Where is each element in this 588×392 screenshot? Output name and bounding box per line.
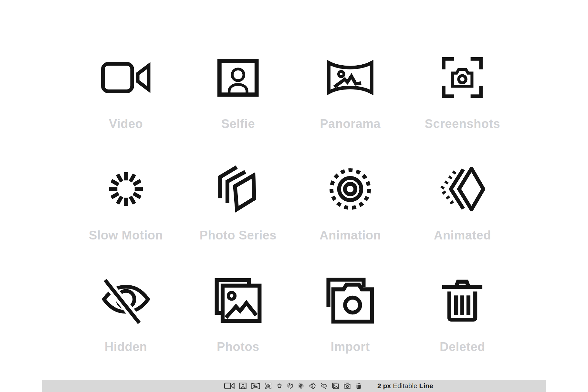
panorama-glyph	[251, 383, 260, 389]
photo-series-icon	[182, 150, 294, 228]
selfie-icon	[182, 39, 294, 116]
icon-grid-row: Slow Motion Photo Series Animation Anima…	[70, 150, 519, 243]
icon-grid-row: Hidden Photos Import Deleted	[70, 262, 519, 354]
icon-card: Slow Motion	[70, 150, 182, 243]
hidden-mini-icon	[321, 383, 327, 389]
icon-label: Deleted	[440, 339, 485, 354]
footer-mini-icons	[224, 380, 362, 392]
screenshots-glyph	[265, 383, 271, 389]
screenshots-glyph	[442, 57, 483, 98]
photo-series-mini-icon	[288, 383, 293, 389]
screenshots-icon	[406, 39, 519, 116]
icon-card: Video	[70, 39, 182, 131]
icon-label: Video	[109, 116, 143, 131]
icon-card: Selfie	[182, 39, 294, 131]
video-glyph	[101, 62, 151, 93]
import-glyph	[344, 383, 351, 389]
animation-glyph	[298, 383, 304, 389]
stroke-line-word: Line	[419, 382, 433, 390]
panorama-icon	[294, 39, 406, 116]
footer-bar: 2 px Editable Line	[42, 380, 546, 392]
icon-label: Photos	[217, 339, 259, 354]
icon-card: Photo Series	[182, 150, 294, 243]
photo-series-glyph	[218, 165, 258, 213]
hidden-icon	[70, 262, 182, 339]
animation-mini-icon	[298, 383, 304, 389]
icon-label: Photo Series	[200, 228, 277, 243]
icon-card: Screenshots	[406, 39, 519, 131]
footer-stroke-label: 2 px Editable Line	[377, 380, 433, 392]
video-glyph	[224, 383, 235, 389]
slow-motion-glyph	[276, 383, 283, 389]
icon-card: Animated	[406, 150, 519, 243]
icon-set-sheet: Video Selfie Panorama Screenshots Slow M…	[0, 0, 588, 392]
icon-card: Hidden	[70, 262, 182, 354]
icon-label: Hidden	[105, 339, 147, 354]
icon-label: Selfie	[221, 116, 255, 131]
selfie-mini-icon	[239, 383, 247, 389]
icon-label: Slow Motion	[89, 228, 163, 243]
hidden-glyph	[321, 383, 327, 389]
icon-label: Animation	[320, 228, 381, 243]
icon-card: Animation	[294, 150, 406, 243]
slow-motion-glyph	[102, 165, 150, 213]
icon-card: Import	[294, 262, 406, 354]
photos-glyph	[214, 277, 263, 324]
import-icon	[294, 262, 406, 339]
video-icon	[70, 39, 182, 116]
selfie-glyph	[217, 59, 259, 97]
icon-card: Deleted	[406, 262, 519, 354]
icon-grid-row: Video Selfie Panorama Screenshots	[70, 39, 519, 131]
slow-motion-icon	[70, 150, 182, 228]
animated-icon	[406, 150, 519, 228]
deleted-glyph	[355, 383, 362, 389]
animation-glyph	[326, 165, 374, 213]
video-mini-icon	[224, 383, 235, 389]
icon-card: Panorama	[294, 39, 406, 131]
animated-glyph	[309, 383, 316, 389]
photos-mini-icon	[332, 383, 339, 389]
panorama-glyph	[327, 60, 374, 95]
screenshots-mini-icon	[265, 383, 271, 389]
animation-icon	[294, 150, 406, 228]
import-mini-icon	[344, 383, 351, 389]
hidden-glyph	[101, 276, 151, 325]
deleted-mini-icon	[355, 383, 362, 389]
stroke-size-text: 2 px	[377, 382, 391, 390]
icon-card: Photos	[182, 262, 294, 354]
icon-label: Screenshots	[425, 116, 500, 131]
deleted-icon	[406, 262, 519, 339]
import-glyph	[326, 277, 375, 324]
icon-label: Panorama	[320, 116, 381, 131]
icon-label: Import	[331, 339, 370, 354]
animated-mini-icon	[309, 383, 316, 389]
slow-motion-mini-icon	[276, 383, 283, 389]
panorama-mini-icon	[251, 383, 260, 389]
icon-label: Animated	[434, 228, 491, 243]
photos-glyph	[332, 383, 339, 389]
photos-icon	[182, 262, 294, 339]
animated-glyph	[438, 167, 487, 211]
stroke-editable-word: Editable	[393, 382, 417, 390]
photo-series-glyph	[288, 383, 293, 389]
selfie-glyph	[239, 383, 247, 389]
deleted-glyph	[439, 277, 486, 324]
